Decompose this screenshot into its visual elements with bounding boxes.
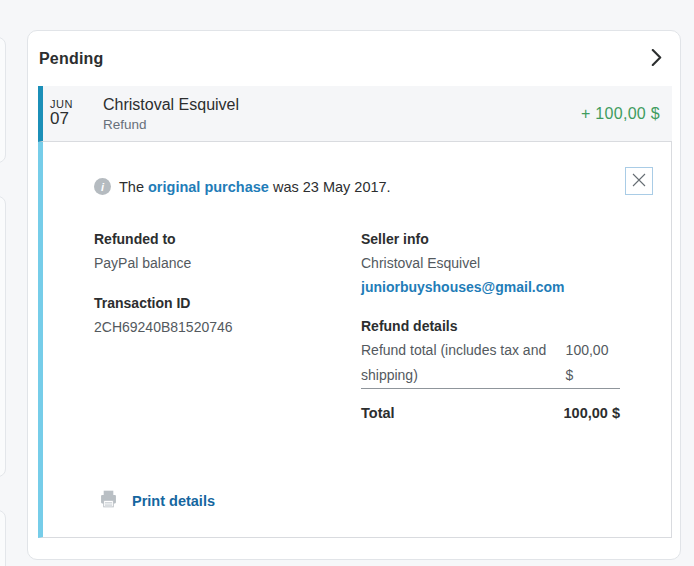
transaction-id-label: Transaction ID (94, 291, 324, 315)
pending-expand-button[interactable] (646, 49, 666, 69)
transaction-day: 07 (50, 110, 92, 129)
transaction-amount: + 100,00 $ (581, 105, 660, 123)
close-details-button[interactable] (625, 167, 653, 195)
total-label: Total (361, 401, 395, 425)
seller-info-field: Seller info Christoval Esquivel juniorbu… (361, 227, 620, 299)
refund-details-section: Refund details Refund total (includes ta… (361, 314, 620, 425)
background-card-edge (0, 196, 6, 477)
refund-total-label: Refund total (includes tax and shipping) (361, 338, 566, 388)
transaction-id-field: Transaction ID 2CH69240B81520746 (94, 291, 324, 339)
total-value: 100,00 $ (564, 401, 620, 425)
transaction-type: Refund (103, 117, 239, 132)
total-line: Total 100,00 $ (361, 401, 620, 425)
refunded-to-label: Refunded to (94, 227, 324, 251)
pending-transactions-card: Pending JUN 07 Christoval Esquivel Refun… (27, 30, 681, 560)
info-icon: i (94, 178, 111, 195)
seller-email-link[interactable]: juniorbuyshouses@gmail.com (361, 275, 620, 299)
background-card-edge (0, 510, 6, 566)
close-icon (631, 172, 647, 191)
detail-right-column: Seller info Christoval Esquivel juniorbu… (361, 227, 620, 425)
pending-header: Pending (28, 31, 680, 86)
transaction-party: Christoval Esquivel Refund (103, 96, 239, 132)
seller-info-label: Seller info (361, 227, 620, 251)
note-prefix: The (119, 179, 148, 195)
background-card-edge (0, 37, 6, 163)
original-purchase-note: The original purchase was 23 May 2017. (119, 179, 391, 195)
refunded-to-value: PayPal balance (94, 251, 324, 275)
chevron-right-icon (650, 49, 663, 69)
refund-details-label: Refund details (361, 314, 620, 338)
original-purchase-link[interactable]: original purchase (148, 179, 269, 195)
refunded-to-field: Refunded to PayPal balance (94, 227, 324, 275)
detail-left-column: Refunded to PayPal balance Transaction I… (94, 227, 324, 339)
refund-total-line: Refund total (includes tax and shipping)… (361, 338, 620, 388)
seller-name: Christoval Esquivel (361, 251, 620, 275)
refund-total-value: 100,00 $ (566, 338, 620, 388)
print-details-label: Print details (132, 493, 215, 509)
transaction-id-value: 2CH69240B81520746 (94, 315, 324, 339)
transaction-row[interactable]: JUN 07 Christoval Esquivel Refund + 100,… (38, 86, 672, 142)
printer-icon (98, 488, 119, 514)
transaction-detail-panel: i The original purchase was 23 May 2017.… (38, 142, 672, 538)
print-details-link[interactable]: Print details (98, 488, 215, 514)
transaction-date: JUN 07 (50, 98, 92, 129)
transaction-name: Christoval Esquivel (103, 96, 239, 114)
refund-divider (361, 388, 620, 389)
pending-title: Pending (39, 50, 104, 68)
note-suffix: was 23 May 2017. (269, 179, 391, 195)
